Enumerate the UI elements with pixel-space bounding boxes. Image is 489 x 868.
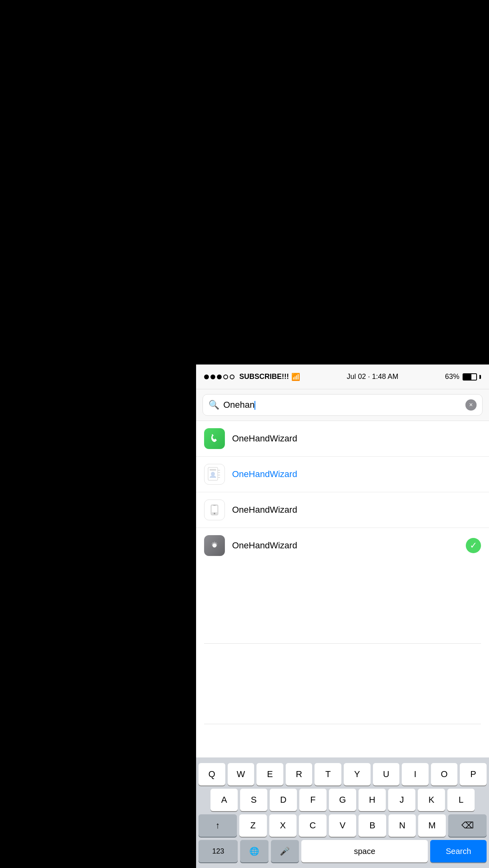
result-item-2[interactable]: OneHandWizard <box>196 457 489 492</box>
svg-rect-4 <box>218 472 220 473</box>
signal-dot-1 <box>204 375 209 379</box>
status-bar: SUBSCRIBE!!! 📶 Jul 02 · 1:48 AM 63% <box>196 365 489 389</box>
key-b[interactable]: B <box>359 814 386 837</box>
status-left: SUBSCRIBE!!! 📶 <box>204 373 300 381</box>
empty-section-2 <box>196 644 489 724</box>
keyboard-row-3: ↑ Z X C V B N M ⌫ <box>196 814 489 840</box>
key-y[interactable]: Y <box>344 763 371 785</box>
results-list: OneHandWizard OneHandWizard <box>196 421 489 563</box>
result-text-1: OneHandWizard <box>232 433 481 444</box>
app-icon-2 <box>204 464 225 485</box>
battery-percent: 63% <box>445 373 459 381</box>
search-bar-container: 🔍 Onehan × <box>196 389 489 421</box>
numbers-key[interactable]: 123 <box>198 840 238 862</box>
search-bar[interactable]: 🔍 Onehan × <box>202 394 483 416</box>
wifi-icon: 📶 <box>291 373 300 381</box>
key-e[interactable]: E <box>257 763 283 785</box>
subscribe-text: SUBSCRIBE!!! <box>239 373 289 381</box>
key-u[interactable]: U <box>373 763 400 785</box>
result-item-1[interactable]: OneHandWizard <box>196 421 489 457</box>
svg-rect-6 <box>218 477 220 478</box>
separator-line-2 <box>204 724 481 724</box>
check-badge-4: ✓ <box>466 538 481 553</box>
key-o[interactable]: O <box>431 763 458 785</box>
app-icon-1 <box>204 428 225 449</box>
result-item-4[interactable]: OneHandWizard ✓ <box>196 528 489 563</box>
key-s[interactable]: S <box>240 789 267 811</box>
search-key[interactable]: Search <box>430 840 487 862</box>
key-r[interactable]: R <box>286 763 313 785</box>
signal-dot-5 <box>230 375 234 379</box>
signal-dots <box>204 375 234 379</box>
key-g[interactable]: G <box>329 789 356 811</box>
empty-section-1 <box>196 563 489 643</box>
mic-key[interactable]: 🎤 <box>271 840 299 862</box>
search-input-value[interactable]: Onehan <box>223 400 461 410</box>
key-c[interactable]: C <box>299 814 327 837</box>
svg-point-2 <box>211 472 215 476</box>
keyboard-row-1: Q W E R T Y U I O P <box>196 757 489 789</box>
key-z[interactable]: Z <box>239 814 267 837</box>
svg-rect-8 <box>212 506 217 512</box>
key-d[interactable]: D <box>270 789 297 811</box>
clear-search-button[interactable]: × <box>465 399 477 411</box>
result-item-3[interactable]: OneHandWizard <box>196 492 489 528</box>
keyboard-bottom-row: 123 🌐 🎤 space Search <box>196 840 489 868</box>
battery-tip <box>479 375 481 379</box>
keyboard: Q W E R T Y U I O P A S D F G H J K L ↑ … <box>196 757 489 868</box>
result-text-4: OneHandWizard <box>232 540 459 551</box>
svg-rect-10 <box>213 505 216 505</box>
result-text-3: OneHandWizard <box>232 505 481 515</box>
battery-icon <box>463 373 481 381</box>
key-p[interactable]: P <box>460 763 487 785</box>
key-i[interactable]: I <box>402 763 429 785</box>
key-n[interactable]: N <box>389 814 416 837</box>
key-k[interactable]: K <box>418 789 445 811</box>
result-text-2: OneHandWizard <box>232 469 481 479</box>
key-m[interactable]: M <box>418 814 446 837</box>
key-w[interactable]: W <box>228 763 255 785</box>
keyboard-row-2: A S D F G H J K L <box>196 789 489 814</box>
key-a[interactable]: A <box>210 789 238 811</box>
backspace-key[interactable]: ⌫ <box>448 814 487 837</box>
black-background <box>0 0 489 365</box>
app-icon-4 <box>204 535 225 556</box>
svg-rect-5 <box>218 475 220 475</box>
key-l[interactable]: L <box>447 789 475 811</box>
app-icon-3 <box>204 499 225 520</box>
svg-rect-1 <box>210 469 216 471</box>
search-magnifier-icon: 🔍 <box>208 400 219 410</box>
shift-key[interactable]: ↑ <box>198 814 237 837</box>
status-right: 63% <box>445 373 481 381</box>
battery-fill <box>463 374 471 380</box>
key-f[interactable]: F <box>299 789 327 811</box>
battery-bar <box>463 373 477 381</box>
signal-dot-3 <box>217 375 222 379</box>
status-datetime: Jul 02 · 1:48 AM <box>347 373 398 381</box>
svg-rect-3 <box>218 470 220 471</box>
globe-key[interactable]: 🌐 <box>240 840 268 862</box>
key-v[interactable]: V <box>329 814 357 837</box>
signal-dot-2 <box>210 375 215 379</box>
signal-dot-4 <box>223 375 228 379</box>
space-key[interactable]: space <box>301 840 428 862</box>
svg-point-9 <box>214 513 215 514</box>
phone-screen: SUBSCRIBE!!! 📶 Jul 02 · 1:48 AM 63% 🔍 On… <box>196 365 489 868</box>
key-j[interactable]: J <box>388 789 415 811</box>
key-q[interactable]: Q <box>198 763 225 785</box>
key-t[interactable]: T <box>315 763 341 785</box>
key-h[interactable]: H <box>359 789 386 811</box>
key-x[interactable]: X <box>269 814 297 837</box>
